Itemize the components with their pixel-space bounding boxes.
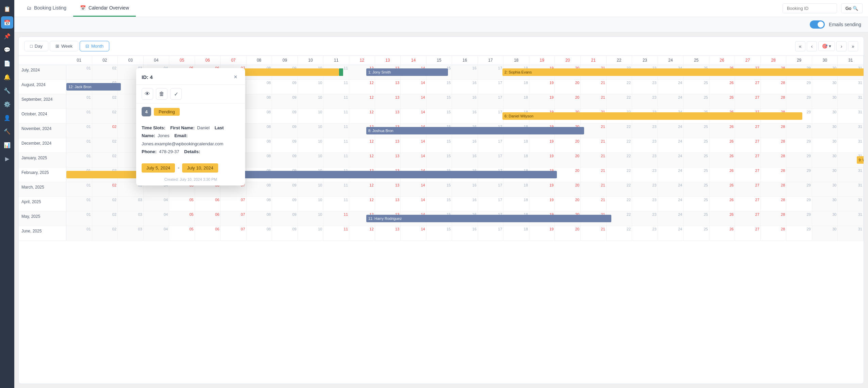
month-label-june-2025: June, 2025 [19, 226, 66, 240]
first-name-label: First Name: [170, 125, 195, 130]
cell-aug-13: 13 [375, 80, 401, 94]
sidebar-icon-4[interactable]: 📄 [1, 57, 13, 69]
popup-phone: 478-29-37 [159, 149, 179, 154]
week-icon: ⊞ [55, 44, 59, 49]
popup-action-bar: 👁 🗑 ✓ [136, 85, 245, 103]
tab-calendar-overview[interactable]: 📅 Calendar Overview [73, 0, 136, 17]
popup-date-to: July 10, 2024 [182, 163, 218, 173]
booking-bar-6-daniel-wilyson[interactable]: 6: Daniel Wilyson [502, 112, 802, 120]
day-col-29: 29 [786, 56, 812, 65]
day-col-11: 11 [323, 56, 349, 65]
sidebar-icon-6[interactable]: 🔧 [1, 84, 13, 97]
day-col-15: 15 [427, 56, 452, 65]
cell-aug-28: 28 [761, 80, 787, 94]
sidebar-icon-10[interactable]: 📊 [1, 139, 13, 151]
popup-date-separator: - [178, 165, 179, 171]
day-icon: □ [30, 44, 33, 49]
popup-details: Time Slots: First Name: Daniel Last Name… [136, 120, 245, 160]
sidebar-icon-0[interactable]: 📋 [1, 3, 13, 15]
cell-july-02: 02 [92, 65, 118, 79]
sidebar-icon-5[interactable]: 🔔 [1, 71, 13, 83]
sidebar-icon-8[interactable]: 👤 [1, 112, 13, 124]
main-content: 🗂 Booking Listing 📅 Calendar Overview Go… [14, 0, 868, 388]
emails-bar: Emails sending [14, 17, 868, 32]
popup-status-badge: Pending [154, 108, 180, 116]
cell-aug-08: 08 [246, 80, 272, 94]
view-tab-week[interactable]: ⊞ Week [50, 41, 78, 51]
popup-view-btn[interactable]: 👁 [142, 88, 153, 100]
nav-prev-btn[interactable]: ‹ [807, 41, 817, 51]
sidebar-icon-7[interactable]: ⚙️ [1, 98, 13, 110]
cell-july-16: 16 [452, 65, 478, 79]
day-col-03: 03 [118, 56, 144, 65]
day-col-25: 25 [684, 56, 709, 65]
day-col-09: 09 [272, 56, 298, 65]
cell-aug-31: 31 [838, 80, 864, 94]
sidebar-icon-calendar[interactable]: 📅 [1, 16, 13, 29]
day-col-16: 16 [452, 56, 478, 65]
cell-aug-30: 30 [812, 80, 838, 94]
booking-bar-1-jony-smith[interactable]: 1: Jony Smith [366, 68, 448, 76]
day-col-17: 17 [478, 56, 504, 65]
last-name-label-1: Last [214, 125, 224, 130]
booking-bar-12-jack-bron[interactable]: 12: Jack Bron [66, 83, 121, 91]
day-col-13: 13 [375, 56, 401, 65]
booking-listing-label: Booking Listing [34, 5, 66, 11]
cell-aug-18: 18 [503, 80, 529, 94]
tab-booking-listing[interactable]: 🗂 Booking Listing [20, 0, 73, 17]
nav-first-btn[interactable]: « [795, 41, 805, 51]
popup-confirm-btn[interactable]: ✓ [170, 88, 182, 100]
cell-july-01: 01 [66, 65, 92, 79]
booking-bar-8-joshua-bron[interactable]: 8: Joshua Bron [366, 127, 584, 134]
view-tab-month[interactable]: ⊟ Month [80, 41, 109, 51]
booking-popup: ID: 4 × 👁 🗑 ✓ 4 Pending Time Slots: Firs… [136, 68, 245, 185]
sidebar-icon-9[interactable]: 🔨 [1, 125, 13, 138]
day-col-31: 31 [838, 56, 864, 65]
month-label: Month [91, 44, 103, 49]
top-tabs-bar: 🗂 Booking Listing 📅 Calendar Overview Go… [14, 0, 868, 17]
month-label-october: October, 2024 [19, 109, 66, 123]
booking-bar-11-harry-rodriguez[interactable]: 11: Harry Rodriguez [366, 215, 612, 222]
sidebar-icon-2[interactable]: 📌 [1, 30, 13, 42]
top-bar-right: Go 🔍 [783, 3, 863, 13]
go-label: Go [846, 6, 851, 11]
popup-close-btn[interactable]: × [231, 73, 240, 81]
booking-bar-2-sophia-evans[interactable]: 2: Sophia Evans [502, 68, 864, 76]
month-icon: ⊟ [85, 44, 89, 49]
popup-delete-btn[interactable]: 🗑 [156, 88, 167, 100]
booking-bar-9-william-davies[interactable]: 9: William Davies [857, 156, 864, 164]
popup-email: Jones.example@wpbookingcalendar.com [142, 141, 223, 146]
email-label: Email: [174, 133, 188, 138]
cell-aug-11: 11 [323, 80, 349, 94]
sidebar-icon-3[interactable]: 💬 [1, 44, 13, 56]
today-dropdown-icon: ▾ [829, 44, 831, 49]
cell-aug-15: 15 [427, 80, 452, 94]
month-label-july: July, 2024 [19, 65, 66, 79]
cell-aug-10: 10 [298, 80, 324, 94]
today-btn[interactable]: 🎯 ▾ [818, 41, 835, 51]
day-col-14: 14 [401, 56, 427, 65]
month-label-march-2025: March, 2025 [19, 182, 66, 196]
last-name-label-2: Name: [142, 133, 155, 138]
cell-aug-24: 24 [658, 80, 684, 94]
day-col-21: 21 [581, 56, 607, 65]
cell-aug-21: 21 [581, 80, 607, 94]
cell-aug-09: 09 [272, 80, 298, 94]
cell-aug-12: 12 [349, 80, 375, 94]
cell-aug-27: 27 [735, 80, 761, 94]
booking-id-input[interactable] [783, 3, 837, 13]
booking-listing-icon: 🗂 [27, 5, 31, 11]
day-col-27: 27 [735, 56, 761, 65]
cell-aug-29: 29 [786, 80, 812, 94]
day-col-26: 26 [709, 56, 735, 65]
sidebar-icon-11[interactable]: ▶ [1, 152, 13, 165]
nav-next-btn[interactable]: › [836, 41, 847, 51]
emails-label: Emails sending [829, 22, 861, 27]
emails-toggle[interactable] [810, 20, 825, 29]
view-tab-day[interactable]: □ Day [24, 41, 48, 51]
day-col-10: 10 [298, 56, 324, 65]
nav-last-btn[interactable]: » [848, 41, 858, 51]
calendar-row-june-2025: June, 2025 01 02 03 04 05 06 07 08 09 10… [19, 226, 864, 241]
go-button[interactable]: Go 🔍 [841, 3, 863, 13]
target-icon: 🎯 [822, 44, 827, 49]
